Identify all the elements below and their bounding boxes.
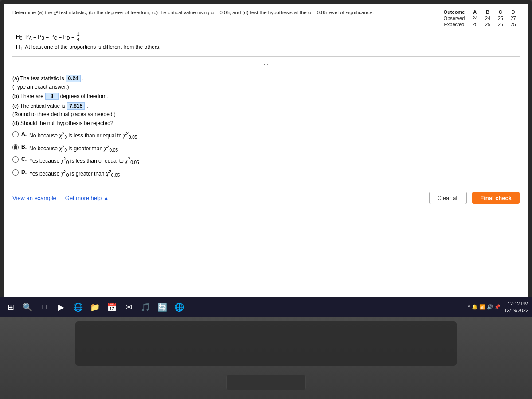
part-b-line: (b) There are 3 degrees of freedom. <box>12 93 520 100</box>
sync-icon[interactable]: 🔄 <box>155 300 169 314</box>
option-c-text: Yes because χ20 is less than or equal to… <box>29 156 139 166</box>
alt-hypothesis: H1: At least one of the proportions is d… <box>16 43 520 53</box>
start-button[interactable]: ⊞ <box>4 300 18 314</box>
divider <box>12 56 520 57</box>
instruction-text: Determine (a) the χ² test statistic, (b)… <box>12 10 374 15</box>
part-b-label: (b) There are <box>12 93 43 99</box>
option-a-radio[interactable] <box>12 131 19 137</box>
part-a-line: (a) The test statistic is 0.24 . <box>12 75 520 82</box>
option-d-radio[interactable] <box>12 169 19 176</box>
footer-links: View an example Get more help ▲ <box>12 195 109 201</box>
problem-header: Determine (a) the χ² test statistic, (b)… <box>12 9 520 27</box>
expand-button[interactable]: ··· <box>12 60 520 67</box>
explorer-icon[interactable]: 📁 <box>88 300 102 314</box>
part-c-note-text: (Round to three decimal places as needed… <box>12 111 116 117</box>
part-a-label: (a) The test statistic is <box>12 75 64 82</box>
row-label-observed: Observed <box>440 15 469 21</box>
observed-c: 25 <box>494 15 507 21</box>
keyboard-area <box>75 321 457 366</box>
part-b-section: (b) There are 3 degrees of freedom. <box>12 93 520 100</box>
trackpad <box>226 375 306 390</box>
part-b-value[interactable]: 3 <box>45 93 59 100</box>
laptop-body <box>0 317 532 399</box>
option-c-item[interactable]: C. Yes because χ20 is less than or equal… <box>12 156 520 166</box>
search-taskbar-icon[interactable]: 🔍 <box>20 300 35 314</box>
part-a-note-text: (Type an exact answer.) <box>12 84 69 90</box>
clear-all-button[interactable]: Clear all <box>429 192 467 204</box>
answer-options: A. No because χ20 is less than or equal … <box>12 131 520 179</box>
observed-d: 27 <box>507 15 520 21</box>
view-example-link[interactable]: View an example <box>12 195 56 201</box>
option-b-text: No because χ20 is greater than χ20.05 <box>29 144 118 153</box>
observed-a: 24 <box>469 15 481 21</box>
row-label-expected: Expected <box>440 21 469 27</box>
option-d-letter: D. <box>21 169 27 175</box>
table-row-expected: Expected 25 25 25 25 <box>440 21 520 27</box>
expected-b: 25 <box>481 21 494 27</box>
system-tray-icons: ^ 🔔 📶 🔊 📌 <box>468 304 501 310</box>
calendar-icon[interactable]: 📅 <box>105 300 119 314</box>
date-display: 12/19/2022 <box>504 307 528 313</box>
part-a-note: (Type an exact answer.) <box>12 84 520 90</box>
part-c-period: . <box>86 103 88 109</box>
taskbar-right: ^ 🔔 📶 🔊 📌 12:12 PM 12/19/2022 <box>468 301 528 313</box>
expected-d: 25 <box>507 21 520 27</box>
clock: 12:12 PM 12/19/2022 <box>504 301 528 313</box>
table-row-observed: Observed 24 24 25 27 <box>440 15 520 21</box>
option-c-radio[interactable] <box>12 156 19 163</box>
option-c-letter: C. <box>21 156 27 162</box>
outcome-table: Outcome A B C D Observed 24 24 25 27 <box>440 9 520 27</box>
final-check-button[interactable]: Final check <box>472 192 520 204</box>
observed-b: 24 <box>481 15 494 21</box>
footer-bar: View an example Get more help ▲ Clear al… <box>4 187 528 209</box>
problem-instruction: Determine (a) the χ² test statistic, (b)… <box>12 9 440 16</box>
expected-c: 25 <box>494 21 507 27</box>
null-hypothesis: H0: PA = PB = PC = PD = 1 4 <box>16 32 520 43</box>
expected-a: 25 <box>469 21 481 27</box>
null-hyp-text: H0: PA = PB = PC = PD = 1 4 <box>16 32 81 43</box>
option-a-item[interactable]: A. No because χ20 is less than or equal … <box>12 131 520 141</box>
col-header-d: D <box>507 9 520 15</box>
option-b-radio[interactable] <box>12 144 19 150</box>
col-header-c: C <box>494 9 507 15</box>
edge-icon[interactable]: 🌐 <box>71 300 85 314</box>
chrome-icon[interactable]: 🌐 <box>172 300 186 314</box>
col-header-a: A <box>469 9 481 15</box>
part-d-label: (d) Should the null hypothesis be reject… <box>12 120 113 126</box>
get-more-help-link[interactable]: Get more help ▲ <box>65 195 109 201</box>
app1-icon[interactable]: 🎵 <box>138 300 153 314</box>
col-header-b: B <box>481 9 494 15</box>
part-c-section: (c) The critical value is 7.815 . (Round… <box>12 102 520 117</box>
taskview-icon[interactable]: □ <box>37 300 51 314</box>
time-display: 12:12 PM <box>504 301 528 307</box>
option-d-text: Yes because χ20 is greater than χ20.05 <box>29 169 120 179</box>
hypothesis-section: H0: PA = PB = PC = PD = 1 4 H1: At least… <box>16 32 520 53</box>
part-a-period: . <box>82 75 84 82</box>
part-c-label: (c) The critical value is <box>12 103 65 109</box>
part-c-line: (c) The critical value is 7.815 . <box>12 102 520 110</box>
part-c-value[interactable]: 7.815 <box>67 102 85 110</box>
mail-icon[interactable]: ✉ <box>121 300 136 314</box>
media-icon[interactable]: ▶ <box>54 300 68 314</box>
divider2 <box>12 71 520 71</box>
part-c-note: (Round to three decimal places as needed… <box>12 111 520 117</box>
option-b-item[interactable]: B. No because χ20 is greater than χ20.05 <box>12 144 520 153</box>
footer-buttons: Clear all Final check <box>429 192 520 204</box>
part-d-question: (d) Should the null hypothesis be reject… <box>12 120 520 126</box>
part-a-value[interactable]: 0.24 <box>66 75 80 82</box>
alt-hyp-text: H1: At least one of the proportions is d… <box>16 43 160 53</box>
option-b-letter: B. <box>21 144 27 150</box>
col-header-outcome: Outcome <box>440 9 469 15</box>
part-b-text: degrees of freedom. <box>60 93 108 99</box>
part-d-section: (d) Should the null hypothesis be reject… <box>12 120 520 179</box>
part-a-section: (a) The test statistic is 0.24 . (Type a… <box>12 75 520 90</box>
taskbar: ⊞ 🔍 □ ▶ 🌐 📁 📅 ✉ 🎵 🔄 🌐 ^ 🔔 📶 🔊 📌 12:12 PM… <box>0 297 532 317</box>
option-a-text: No because χ20 is less than or equal to … <box>29 131 137 141</box>
option-a-letter: A. <box>21 131 27 137</box>
option-d-item[interactable]: D. Yes because χ20 is greater than χ20.0… <box>12 169 520 179</box>
